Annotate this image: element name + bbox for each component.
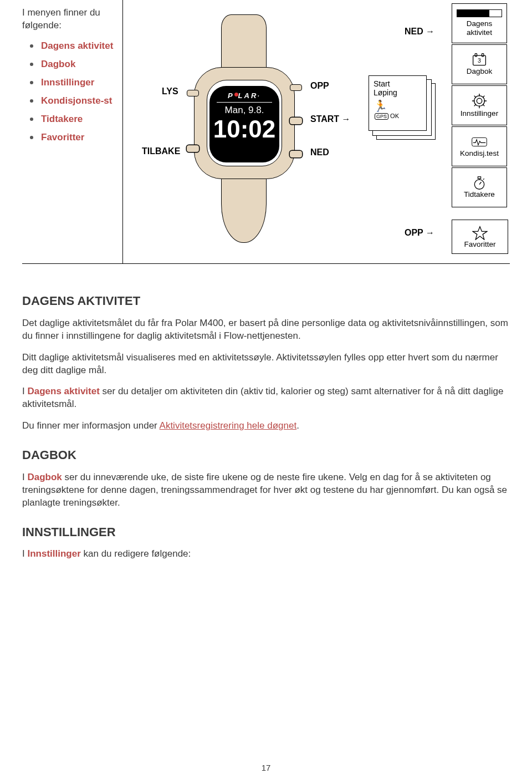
inline-innstillinger: Innstillinger bbox=[27, 548, 80, 559]
polar-logo: PP LARLAR. bbox=[228, 91, 261, 100]
menu-item-dagens: Dagens aktivitet bbox=[41, 40, 113, 53]
vertical-menu: 73% Dagens aktivitet 3 Dagbok bbox=[452, 3, 507, 208]
runner-icon: 🏃 bbox=[374, 100, 387, 111]
arrow-ned-label: NED → bbox=[405, 27, 434, 37]
heading-dagbok: DAGBOK bbox=[22, 447, 510, 464]
heading-innstillinger: INNSTILLINGER bbox=[22, 524, 510, 541]
inline-dagens-aktivitet: Dagens aktivitet bbox=[27, 386, 99, 396]
menu-card-diary-label: Dagbok bbox=[467, 67, 493, 76]
bullet-icon bbox=[30, 81, 33, 84]
menu-card-settings: Innstillinger bbox=[452, 85, 507, 125]
watch-date: Man, 9.8. bbox=[225, 105, 264, 116]
start-line2: Løping bbox=[374, 88, 423, 97]
menu-list-column: I menyen finner du følgende: Dagens akti… bbox=[22, 0, 122, 161]
heading-dagens-aktivitet: DAGENS AKTIVITET bbox=[22, 293, 510, 309]
watch-screen: PP LARLAR. Man, 9.8. 10:02 bbox=[209, 86, 279, 162]
menu-card-activity-label: Dagens aktivitet bbox=[453, 19, 505, 37]
menu-card-favourites: Favoritter bbox=[452, 220, 508, 254]
arrow-right-icon: → bbox=[426, 27, 434, 36]
bullet-icon bbox=[30, 99, 33, 103]
stopwatch-icon bbox=[472, 176, 487, 190]
page-number: 17 bbox=[0, 763, 532, 772]
screen-divider bbox=[217, 102, 273, 103]
svg-rect-7 bbox=[478, 177, 480, 179]
menu-item-innstillinger: Innstillinger bbox=[41, 77, 94, 89]
watch-device: PP LARLAR. Man, 9.8. 10:02 bbox=[188, 14, 299, 243]
svg-point-4 bbox=[474, 96, 485, 106]
menu-card-activity: Dagens aktivitet bbox=[452, 3, 507, 43]
para-dagens-4: Du finner mer informasjon under Aktivite… bbox=[22, 420, 510, 432]
button-label-ned: NED bbox=[310, 147, 329, 157]
button-label-lys: LYS bbox=[162, 86, 178, 96]
svg-line-10 bbox=[479, 182, 481, 185]
menu-card-fitness: Kondisj.test bbox=[452, 126, 507, 166]
gps-ok: OK bbox=[390, 113, 399, 119]
bullet-icon bbox=[30, 63, 33, 66]
menu-card-favourites-label: Favoritter bbox=[464, 240, 495, 248]
svg-point-3 bbox=[477, 99, 482, 104]
menu-card-settings-label: Innstillinger bbox=[461, 109, 498, 118]
menu-item-kondisjonstest: Kondisjonste-st bbox=[41, 95, 112, 108]
heartrate-icon bbox=[472, 135, 487, 149]
bullet-icon bbox=[30, 118, 33, 121]
activity-percent: 73% bbox=[452, 0, 507, 2]
svg-rect-2 bbox=[482, 54, 484, 57]
menu-card-timers: Tidtakere bbox=[452, 167, 507, 207]
arrow-opp-label: OPP → bbox=[405, 228, 434, 238]
para-dagens-2: Ditt daglige aktivitetsmål visualiseres … bbox=[22, 352, 510, 377]
calendar-day-number: 3 bbox=[478, 57, 481, 64]
menu-intro: I menyen finner du følgende: bbox=[22, 7, 117, 32]
svg-rect-1 bbox=[475, 54, 477, 57]
polar-logo-dot-icon bbox=[234, 93, 238, 96]
calendar-icon: 3 bbox=[472, 53, 487, 67]
menu-item-tidtakere: Tidtakere bbox=[41, 113, 83, 126]
arrow-right-icon: → bbox=[426, 228, 434, 237]
button-label-tilbake: TILBAKE bbox=[142, 146, 180, 156]
gps-badge: GPS bbox=[375, 113, 388, 120]
start-line1: Start bbox=[374, 79, 423, 88]
menu-card-timers-label: Tidtakere bbox=[464, 190, 495, 199]
watch-case: PP LARLAR. Man, 9.8. 10:02 bbox=[194, 67, 295, 179]
button-label-opp: OPP bbox=[310, 81, 329, 91]
watch-screen-bezel: PP LARLAR. Man, 9.8. 10:02 bbox=[207, 80, 282, 166]
bullet-icon bbox=[30, 44, 33, 48]
inline-dagbok: Dagbok bbox=[27, 472, 62, 482]
star-icon bbox=[472, 226, 488, 240]
menu-item-dagbok: Dagbok bbox=[41, 58, 75, 71]
menu-card-diary: 3 Dagbok bbox=[452, 44, 507, 84]
menu-item-favoritter: Favoritter bbox=[41, 131, 84, 144]
para-innstillinger: I Innstillinger kan du redigere følgende… bbox=[22, 548, 510, 561]
para-dagens-1: Det daglige aktivitetsmålet du får fra P… bbox=[22, 317, 510, 343]
para-dagens-3: I Dagens aktivitet ser du detaljer om ak… bbox=[22, 385, 510, 411]
bullet-icon bbox=[30, 136, 33, 139]
start-screen-card: Start Løping 🏃 GPS OK bbox=[369, 75, 427, 131]
svg-line-9 bbox=[483, 179, 484, 180]
watch-time: 10:02 bbox=[213, 117, 276, 141]
svg-marker-11 bbox=[473, 226, 487, 239]
start-screen-stack: Start Løping 🏃 GPS OK bbox=[369, 75, 427, 131]
gear-icon bbox=[471, 93, 488, 109]
button-label-start: START → bbox=[310, 114, 351, 124]
link-aktivitetsregistrering[interactable]: Aktivitetsregistrering hele døgnet bbox=[160, 420, 297, 431]
arrow-right-icon: → bbox=[342, 114, 351, 124]
menu-card-fitness-label: Kondisj.test bbox=[460, 149, 499, 158]
watch-diagram: LYS TILBAKE OPP START → NED NED → OPP → … bbox=[122, 0, 510, 263]
page-body: DAGENS AKTIVITET Det daglige aktivitetsm… bbox=[22, 264, 510, 561]
para-dagbok: I Dagbok ser du inneværende uke, de sist… bbox=[22, 471, 510, 510]
activity-bar-icon bbox=[457, 9, 502, 17]
